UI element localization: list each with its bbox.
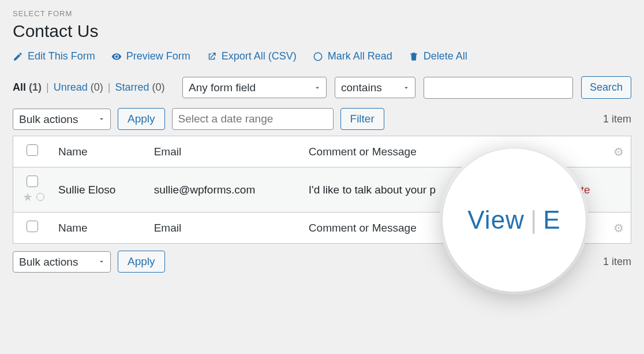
row-checkbox[interactable] (27, 176, 38, 187)
col-name-footer: Name (51, 213, 147, 244)
magnifier-view: View (467, 206, 525, 234)
read-indicator-icon[interactable] (36, 193, 44, 201)
col-email-footer: Email (147, 213, 302, 244)
col-name[interactable]: Name (51, 136, 147, 167)
status-filters: All (1) | Unread (0) | Starred (0) (13, 81, 165, 94)
check-all-top[interactable] (27, 144, 38, 156)
trash-icon (409, 51, 419, 62)
export-icon (207, 51, 217, 62)
edit-form-label: Edit This Form (28, 50, 95, 62)
bulk-select-bottom[interactable]: Bulk actions (13, 251, 111, 273)
eye-icon (111, 51, 122, 62)
preview-form-label: Preview Form (126, 50, 190, 62)
export-csv-label: Export All (CSV) (222, 50, 297, 62)
mark-read-link[interactable]: Mark All Read (313, 50, 392, 62)
filter-button[interactable]: Filter (340, 108, 384, 130)
delete-all-link[interactable]: Delete All (409, 50, 467, 62)
check-all-header (13, 136, 52, 167)
select-form-label: SELECT FORM (13, 9, 631, 18)
edit-form-link[interactable]: Edit This Form (13, 50, 95, 62)
date-range-input[interactable] (172, 108, 334, 130)
search-button[interactable]: Search (581, 76, 631, 99)
star-icon[interactable]: ★ (23, 190, 33, 204)
action-links: Edit This Form Preview Form Export All (… (13, 50, 631, 62)
search-field-select[interactable]: Any form field (182, 77, 327, 98)
check-all-bottom[interactable] (27, 221, 38, 232)
mark-read-label: Mark All Read (328, 50, 392, 62)
filter-unread[interactable]: Unread (0) (54, 81, 103, 94)
apply-button-top[interactable]: Apply (118, 108, 165, 130)
gear-icon[interactable]: ⚙ (613, 146, 624, 158)
bulk-select-top[interactable]: Bulk actions (13, 109, 111, 130)
filter-starred[interactable]: Starred (0) (115, 81, 164, 94)
page-title[interactable]: Contact Us (13, 21, 631, 41)
col-message[interactable]: Comment or Message (302, 136, 491, 167)
apply-button-bottom[interactable]: Apply (118, 251, 165, 273)
col-gear: ⚙ (606, 136, 631, 167)
filter-all[interactable]: All (1) (13, 81, 42, 94)
gear-icon-footer[interactable]: ⚙ (613, 222, 624, 234)
cell-email: sullie@wpforms.com (147, 167, 302, 213)
col-email[interactable]: Email (147, 136, 302, 167)
preview-form-link[interactable]: Preview Form (111, 50, 190, 62)
pencil-icon (13, 51, 23, 62)
delete-all-label: Delete All (424, 50, 467, 62)
export-csv-link[interactable]: Export All (CSV) (207, 50, 297, 62)
search-operator-select[interactable]: contains (335, 77, 415, 98)
item-count-bottom: 1 item (603, 256, 631, 268)
magnifier-e: E (543, 206, 560, 234)
item-count-top: 1 item (603, 113, 631, 125)
search-input[interactable] (424, 77, 573, 99)
circle-icon (313, 51, 323, 62)
filter-row: All (1) | Unread (0) | Starred (0) Any f… (13, 76, 631, 99)
cell-name: Sullie Eloso (51, 167, 147, 213)
bulk-row-top: Bulk actions Apply Filter 1 item (13, 108, 631, 130)
magnifier-callout: View|E (442, 148, 586, 292)
